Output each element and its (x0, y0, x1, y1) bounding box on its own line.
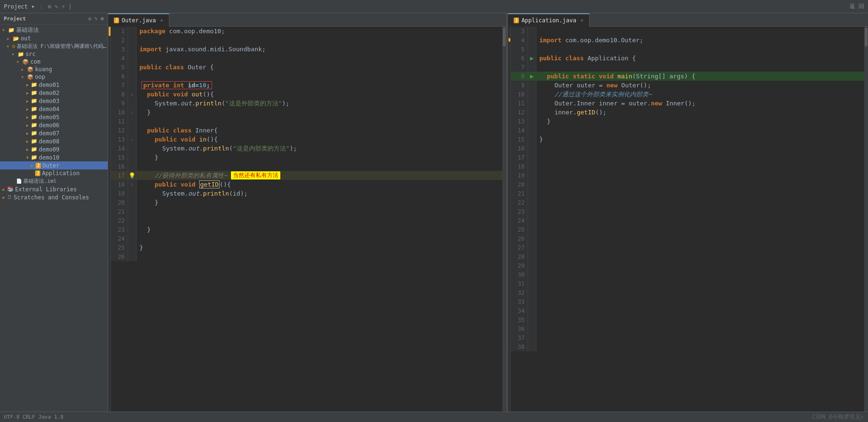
code-line-7: 7 private int id=10; (111, 81, 502, 90)
package-icon: 📦 (22, 59, 29, 65)
module2-icon: ⊟ (12, 44, 15, 49)
sidebar-item-application[interactable]: J Application (0, 169, 108, 177)
sidebar-item-src[interactable]: ▾ 📁 src (0, 50, 108, 58)
code-line-2: 2 (111, 36, 502, 45)
code-line-6: 6 (111, 72, 502, 81)
sidebar-item-kuang[interactable]: ▸ 📦 kuang (0, 66, 108, 73)
app-code-line-23: 23 (511, 207, 864, 216)
sidebar-item-path[interactable]: ▾ ⊟ 基础语法 F:\班级管理\网课班\代码\Ja (0, 42, 108, 50)
project-label[interactable]: Project ▾ (4, 3, 35, 10)
outer-code-content[interactable]: 1package com.oop.demo10; 2 3import javax… (111, 27, 502, 412)
code-line-4: 4 (111, 54, 502, 63)
app-code-line-8: 8 ▶ public static void main(String[] arg… (511, 72, 864, 81)
com-folder-icon: ▾ (16, 59, 19, 65)
editor-pane-application: J Application.java ✕ 3 4impor (508, 13, 868, 412)
sidebar-item-demo07[interactable]: ▸📁demo07 (0, 129, 108, 137)
application-scroll-thumb[interactable] (865, 28, 868, 47)
outer-java-icon: J (36, 163, 41, 169)
sidebar-tree: ▾ 📁 基础语法 ▸ 📂 out ▾ ⊟ 基础语法 F:\班级管理\网课班\代码… (0, 25, 108, 412)
demo06-icon: 📁 (31, 122, 37, 128)
sidebar-item-demo02[interactable]: ▸📁demo02 (0, 89, 108, 97)
sidebar-item-jichufayu[interactable]: ▾ 📁 基础语法 (0, 26, 108, 35)
code-line-21: 21 (111, 207, 502, 216)
sidebar-label-demo09: demo09 (39, 146, 59, 153)
code-line-11: 11 (111, 117, 502, 126)
oop-icon: ▾ (21, 74, 24, 80)
application-tab-icon: J (514, 18, 519, 23)
sidebar-label-com: com (30, 58, 41, 65)
sidebar-label-src: src (26, 51, 36, 57)
code-line-18: 18◇ public void getID(){ (111, 180, 502, 189)
outer-scroll-thumb[interactable] (503, 28, 506, 47)
folder-closed-icon: ▸ (7, 36, 10, 42)
demo02-icon: 📁 (31, 90, 37, 96)
kuang-pkg-icon: 📦 (27, 66, 34, 73)
app-code-line-19: 19 (511, 171, 864, 180)
app-code-line-3: 3 (511, 27, 864, 36)
tab-outer[interactable]: J Outer.java ✕ (108, 13, 169, 27)
sidebar-label-demo03: demo03 (39, 98, 59, 104)
code-line-15: 15} (111, 153, 502, 162)
demo09-icon: 📁 (31, 146, 37, 152)
app-code-line-38: 38 (511, 342, 864, 351)
tab-application[interactable]: J Application.java ✕ (508, 13, 590, 27)
scratches-icon: 🗒 (7, 194, 12, 200)
application-tab-close[interactable]: ✕ (581, 18, 583, 23)
sidebar-item-extlibs[interactable]: ▸ 📚 External Libraries (0, 185, 108, 193)
sidebar-item-outer-java[interactable]: ▸ J Outer (0, 161, 108, 169)
code-line-22: 22 (111, 216, 502, 225)
app-code-line-7: 7 (511, 63, 864, 72)
sidebar-label-oop: oop (35, 74, 46, 80)
sidebar-item-out[interactable]: ▸ 📂 out (0, 35, 108, 42)
sidebar-item-demo06[interactable]: ▸📁demo06 (0, 121, 108, 129)
scroll-orange-indicator (109, 27, 111, 36)
sidebar-label-extlibs: External Libraries (15, 186, 77, 193)
sidebar-item-oop[interactable]: ▾ 📦 oop (0, 73, 108, 81)
extlib-icon: 📚 (7, 186, 14, 192)
application-scrollbar[interactable] (864, 27, 868, 412)
sidebar-item-demo08[interactable]: ▸📁demo08 (0, 137, 108, 145)
sidebar-label-out: out (21, 35, 31, 42)
red-box-code: private int id=10; (141, 81, 212, 89)
outer-tab-close[interactable]: ✕ (160, 18, 163, 23)
sidebar-item-com[interactable]: ▾ 📦 com (0, 58, 108, 66)
sidebar-item-demo10[interactable]: ▾📁demo10 (0, 153, 108, 161)
application-tab-bar: J Application.java ✕ (508, 13, 868, 27)
run-arrow-8[interactable]: ▶ (530, 73, 534, 80)
oop-pkg-icon: 📦 (27, 74, 34, 80)
run-arrow-6[interactable]: ▶ (530, 55, 534, 62)
sidebar-label-demo04: demo04 (39, 106, 59, 113)
sidebar-item-demo03[interactable]: ▸📁demo03 (0, 97, 108, 105)
module-icon: 📁 (8, 27, 15, 33)
code-line-19: 19System.out.println(id); (111, 189, 502, 198)
right-orange-dot (508, 38, 510, 42)
sidebar-label-demo08: demo08 (39, 138, 59, 145)
app-code-line-35: 35 (511, 315, 864, 324)
sidebar-title: Project (4, 16, 26, 22)
sidebar-label-demo05: demo05 (39, 114, 59, 121)
src-icon: 📁 (18, 51, 24, 57)
application-code-content[interactable]: 3 4import com.oop.demo10.Outer; 5 6 ▶ pu… (511, 27, 864, 412)
sidebar-item-demo04[interactable]: ▸📁demo04 (0, 105, 108, 113)
tab-outer-label: Outer.java (121, 17, 156, 24)
code-line-10: 10◇} (111, 108, 502, 117)
bottom-bar: UTF-8 CRLF Java 1.8 CSDN @今晚梦里见↑ (0, 412, 868, 422)
sidebar-item-demo09[interactable]: ▸📁demo09 (0, 145, 108, 153)
app-code-line-13: 13} (511, 117, 864, 126)
getid-box: getID (199, 180, 220, 188)
app-code-line-14: 14 (511, 126, 864, 135)
sidebar-item-iml[interactable]: 📄 基础语法.iml (0, 177, 108, 185)
demo01-icon: 📁 (31, 82, 37, 88)
code-line-12: 12public class Inner{ (111, 126, 502, 135)
outer-scrollbar[interactable] (502, 27, 506, 412)
lightbulb-icon[interactable]: 💡 (129, 172, 136, 179)
top-bar: Project ▾ | ⚙ ✎ ⚡ | 返 回 (0, 0, 868, 13)
sidebar-item-demo01[interactable]: ▸📁demo01 (0, 81, 108, 89)
sidebar-item-scratches[interactable]: ▸ 🗒 Scratches and Consoles (0, 193, 108, 201)
sidebar-item-demo05[interactable]: ▸📁demo05 (0, 113, 108, 121)
sidebar-label-outer: Outer (42, 162, 59, 169)
sidebar-icons[interactable]: ⚙ ✎ ⊕ (88, 16, 104, 22)
app-code-line-26: 26 (511, 234, 864, 243)
sidebar-header: Project ⚙ ✎ ⊕ (0, 13, 108, 25)
sidebar-label-demo10: demo10 (39, 154, 59, 161)
